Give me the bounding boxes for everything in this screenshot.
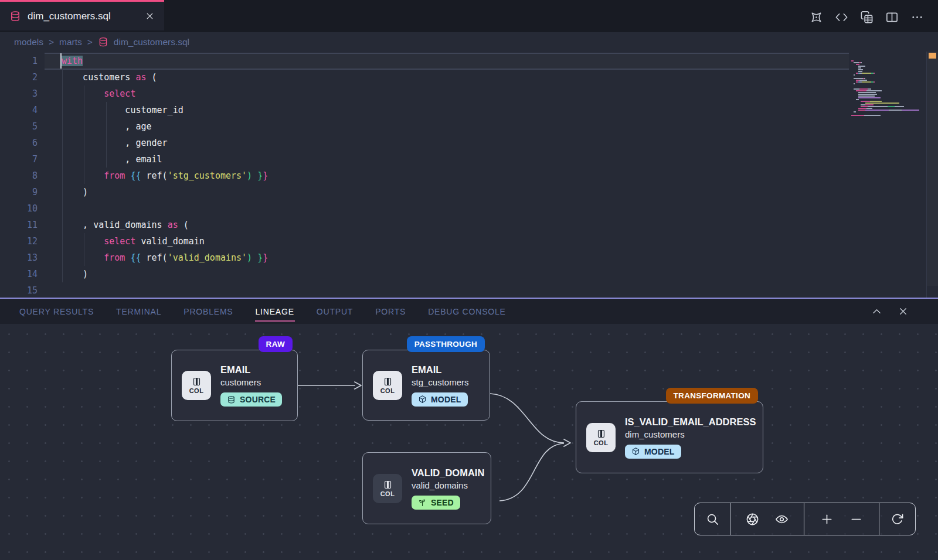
panel-tab-terminal[interactable]: TERMINAL — [115, 303, 162, 320]
lineage-node-dim_customers[interactable]: TRANSFORMATIONCOLIS_VALID_EMAIL_ADDRESSd… — [576, 401, 763, 473]
node-type-badge: MODEL — [412, 392, 468, 407]
lineage-node-valid_domains[interactable]: COLVALID_DOMAINvalid_domainsSEED — [362, 452, 491, 524]
code-line: select — [62, 86, 268, 102]
code-line — [62, 200, 268, 217]
line-number: 7 — [0, 151, 38, 168]
tab-title: dim_customers.sql — [28, 11, 111, 22]
breadcrumb-label: marts — [59, 37, 82, 47]
minimap[interactable] — [851, 53, 902, 110]
node-type-badge: SOURCE — [220, 392, 282, 407]
line-number: 11 — [0, 217, 38, 233]
lineage-node-customers[interactable]: RAWCOLEMAILcustomersSOURCE — [171, 350, 298, 421]
scrollbar-track[interactable] — [927, 52, 938, 286]
code-line: , valid_domains as ( — [62, 217, 268, 233]
breadcrumb-item[interactable]: dim_customers.sql — [98, 37, 189, 47]
line-number: 4 — [0, 102, 38, 118]
toolbar-group — [695, 503, 730, 535]
column-chip-label: COL — [594, 439, 609, 446]
breadcrumb: models>marts>dim_customers.sql — [0, 32, 938, 52]
more-button[interactable] — [910, 11, 924, 24]
toolbar-group — [804, 503, 879, 535]
line-number: 1 — [0, 53, 38, 69]
line-number: 14 — [0, 266, 38, 282]
aperture-button[interactable] — [746, 513, 759, 526]
node-subtitle: dim_customers — [625, 429, 753, 439]
search-icon — [706, 513, 719, 526]
eye-button[interactable] — [775, 513, 789, 526]
node-type-label: SEED — [431, 498, 454, 507]
code-editor[interactable]: 123456789101112131415 with customers as … — [0, 52, 938, 298]
node-type-label: MODEL — [644, 447, 675, 456]
columns-icon — [383, 480, 393, 490]
node-title: EMAIL — [412, 364, 469, 375]
copy-table-button[interactable] — [860, 11, 874, 24]
code-line: , email — [62, 151, 268, 168]
node-tag-badge: TRANSFORMATION — [666, 388, 758, 404]
more-icon — [910, 11, 924, 24]
node-type-label: SOURCE — [240, 395, 276, 404]
panel-tab-debug-console[interactable]: DEBUG CONSOLE — [427, 303, 507, 320]
panel-tab-bar: QUERY RESULTSTERMINALPROBLEMSLINEAGEOUTP… — [0, 298, 938, 324]
zoom-out-button[interactable] — [849, 513, 863, 526]
line-number: 13 — [0, 250, 38, 266]
code-line: ) — [62, 184, 268, 200]
node-type-badge: MODEL — [625, 445, 681, 459]
node-type-label: MODEL — [431, 395, 461, 404]
refresh-icon — [891, 513, 904, 526]
lineage-canvas[interactable]: RAWCOLEMAILcustomersSOURCEPASSTHROUGHCOL… — [0, 325, 938, 560]
dbt-logo-icon — [810, 11, 823, 24]
line-number: 15 — [0, 282, 38, 298]
code-line: select valid_domain — [62, 233, 268, 250]
code-line: ) — [62, 266, 268, 282]
database-icon — [98, 37, 108, 47]
panel-tab-query-results[interactable]: QUERY RESULTS — [19, 303, 94, 320]
close-icon — [898, 306, 909, 317]
code-line — [62, 282, 268, 298]
line-number: 3 — [0, 86, 38, 102]
overview-ruler-divider — [926, 52, 927, 298]
dbt-logo-button[interactable] — [810, 11, 823, 24]
cube-icon — [631, 447, 640, 456]
code-content[interactable]: with customers as ( select customer_id ,… — [62, 53, 268, 298]
node-tag-badge: PASSTHROUGH — [407, 336, 485, 352]
search-button[interactable] — [706, 513, 719, 526]
column-chip: COL — [373, 474, 402, 503]
line-number: 2 — [0, 69, 38, 86]
code-button[interactable] — [835, 11, 848, 24]
column-chip-label: COL — [189, 387, 204, 394]
code-line: from {{ ref('valid_domains') }} — [62, 250, 268, 266]
node-title: EMAIL — [220, 364, 282, 375]
toolbar-group — [879, 503, 915, 535]
panel-tab-lineage[interactable]: LINEAGE — [255, 303, 295, 320]
line-number: 9 — [0, 184, 38, 200]
lineage-node-stg_customers[interactable]: PASSTHROUGHCOLEMAILstg_customersMODEL — [362, 350, 490, 421]
panel-tab-ports[interactable]: PORTS — [375, 303, 406, 320]
panel-tab-output[interactable]: OUTPUT — [316, 303, 354, 320]
panel-tabs: QUERY RESULTSTERMINALPROBLEMSLINEAGEOUTP… — [19, 303, 507, 320]
refresh-button[interactable] — [891, 513, 904, 526]
chevron-up-button[interactable] — [871, 306, 882, 317]
breadcrumb-item[interactable]: models — [14, 37, 43, 47]
tab-close-icon[interactable] — [145, 11, 155, 21]
node-subtitle: customers — [220, 377, 282, 387]
node-title: IS_VALID_EMAIL_ADDRESS — [625, 416, 753, 428]
breadcrumb-separator: > — [87, 37, 93, 47]
breadcrumb-label: models — [14, 37, 43, 47]
panel-tab-problems[interactable]: PROBLEMS — [183, 303, 233, 320]
breadcrumb-label: dim_customers.sql — [114, 37, 189, 47]
copy-table-icon — [860, 11, 874, 24]
code-icon — [835, 11, 848, 24]
ide-window: dim_customers.sql models>marts>dim_custo… — [0, 0, 938, 560]
columns-icon — [596, 429, 606, 439]
split-editor-icon — [885, 11, 899, 24]
line-number: 8 — [0, 168, 38, 184]
code-line: with — [62, 53, 268, 69]
node-type-badge: SEED — [412, 496, 460, 510]
breadcrumb-item[interactable]: marts — [59, 37, 82, 47]
columns-icon — [383, 377, 393, 387]
tab-dim-customers-sql[interactable]: dim_customers.sql — [0, 0, 164, 30]
split-editor-button[interactable] — [885, 11, 899, 24]
zoom-in-button[interactable] — [820, 513, 834, 526]
close-button[interactable] — [898, 306, 909, 317]
editor-tab-bar: dim_customers.sql — [0, 0, 938, 32]
